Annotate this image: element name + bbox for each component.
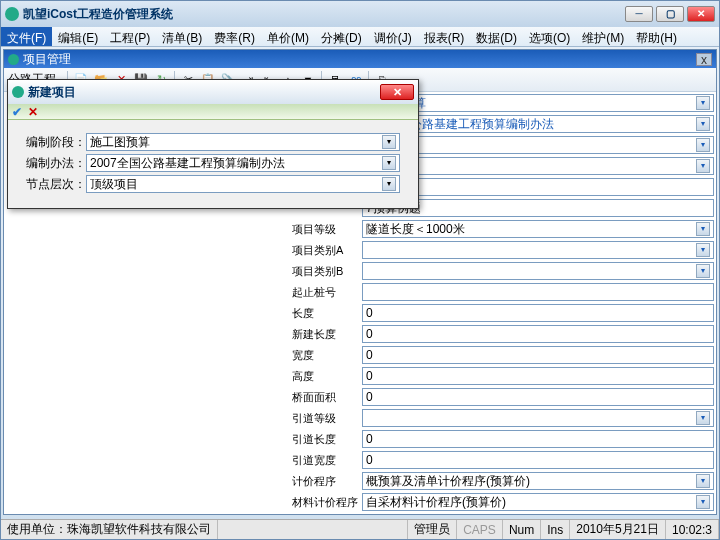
subwindow-title: 项目管理 xyxy=(23,51,71,68)
minimize-button[interactable]: ─ xyxy=(625,6,653,22)
menu-file[interactable]: 文件(F) xyxy=(1,27,52,46)
subwindow-icon xyxy=(8,54,19,65)
subwindow-titlebar: 项目管理 x xyxy=(4,50,716,68)
dialog-title: 新建项目 xyxy=(28,84,76,101)
field-label: 长度 xyxy=(292,306,362,321)
field-label: 新建长度 xyxy=(292,327,362,342)
form-row: 项目类别B▾ xyxy=(292,261,714,281)
app-logo-icon xyxy=(5,7,19,21)
menu-unitprice[interactable]: 单价(M) xyxy=(261,27,315,46)
unit-value: 珠海凯望软件科技有限公司 xyxy=(67,521,211,538)
chevron-down-icon[interactable]: ▾ xyxy=(696,159,710,173)
field-input[interactable]: 隧道长度＜1000米▾ xyxy=(362,220,714,238)
stage-label: 编制阶段： xyxy=(26,134,86,151)
field-input[interactable]: ▾ xyxy=(362,409,714,427)
subwindow-close-button[interactable]: x xyxy=(696,53,712,66)
field-label: 引道宽度 xyxy=(292,453,362,468)
field-label: 宽度 xyxy=(292,348,362,363)
form-row: 引道长度0 xyxy=(292,429,714,449)
time-cell: 10:02:3 xyxy=(666,520,719,539)
chevron-down-icon[interactable]: ▾ xyxy=(696,138,710,152)
field-input[interactable]: 0 xyxy=(362,451,714,469)
chevron-down-icon[interactable]: ▾ xyxy=(382,177,396,191)
field-input[interactable]: 0 xyxy=(362,346,714,364)
confirm-icon[interactable]: ✔ xyxy=(12,105,28,119)
menu-data[interactable]: 数据(D) xyxy=(470,27,523,46)
dialog-toolbar: ✔ ✕ xyxy=(8,104,418,120)
field-label: 计价程序 xyxy=(292,474,362,489)
ins-cell: Ins xyxy=(541,520,570,539)
chevron-down-icon[interactable]: ▾ xyxy=(382,135,396,149)
chevron-down-icon[interactable]: ▾ xyxy=(696,117,710,131)
form-row: 高度0 xyxy=(292,366,714,386)
chevron-down-icon[interactable]: ▾ xyxy=(696,243,710,257)
menubar: 文件(F) 编辑(E) 工程(P) 清单(B) 费率(R) 单价(M) 分摊(D… xyxy=(1,27,719,47)
maximize-button[interactable]: ▢ xyxy=(656,6,684,22)
chevron-down-icon[interactable]: ▾ xyxy=(696,96,710,110)
method-label: 编制办法： xyxy=(26,155,86,172)
field-input[interactable]: 0 xyxy=(362,304,714,322)
level-select[interactable]: 顶级项目▾ xyxy=(86,175,400,193)
chevron-down-icon[interactable]: ▾ xyxy=(696,411,710,425)
caps-cell: CAPS xyxy=(457,520,503,539)
field-label: 高度 xyxy=(292,369,362,384)
menu-edit[interactable]: 编辑(E) xyxy=(52,27,104,46)
form-row: 项目类别A▾ xyxy=(292,240,714,260)
menu-options[interactable]: 选项(O) xyxy=(523,27,576,46)
field-input[interactable]: 0 xyxy=(362,325,714,343)
field-input[interactable]: ▾ xyxy=(362,262,714,280)
field-input[interactable]: 自采材料计价程序(预算价)▾ xyxy=(362,493,714,511)
stage-select[interactable]: 施工图预算▾ xyxy=(86,133,400,151)
field-label: 引道等级 xyxy=(292,411,362,426)
app-title: 凯望iCost工程造价管理系统 xyxy=(23,6,173,23)
chevron-down-icon[interactable]: ▾ xyxy=(382,156,396,170)
field-label: 项目等级 xyxy=(292,222,362,237)
form-row: 引道宽度0 xyxy=(292,450,714,470)
method-select[interactable]: 2007全国公路基建工程预算编制办法▾ xyxy=(86,154,400,172)
unit-label: 使用单位： xyxy=(7,521,67,538)
menu-distribute[interactable]: 分摊(D) xyxy=(315,27,368,46)
field-label: 起止桩号 xyxy=(292,285,362,300)
chevron-down-icon[interactable]: ▾ xyxy=(696,474,710,488)
menu-help[interactable]: 帮助(H) xyxy=(630,27,683,46)
field-input[interactable]: 概预算及清单计价程序(预算价)▾ xyxy=(362,472,714,490)
dialog-icon xyxy=(12,86,24,98)
cancel-icon[interactable]: ✕ xyxy=(28,105,44,119)
field-input[interactable]: 0 xyxy=(362,430,714,448)
user-cell: 管理员 xyxy=(408,520,457,539)
form-row: 引道等级▾ xyxy=(292,408,714,428)
form-row: 桥面面积0 xyxy=(292,387,714,407)
form-row: 长度0 xyxy=(292,303,714,323)
field-input[interactable] xyxy=(362,283,714,301)
menu-maintain[interactable]: 维护(M) xyxy=(576,27,630,46)
menu-report[interactable]: 报表(R) xyxy=(418,27,471,46)
new-project-dialog: 新建项目 ✕ ✔ ✕ 编制阶段： 施工图预算▾ 编制办法： 2007全国公路基建… xyxy=(7,79,419,209)
field-label: 材料计价程序 xyxy=(292,495,362,510)
chevron-down-icon[interactable]: ▾ xyxy=(696,222,710,236)
menu-project[interactable]: 工程(P) xyxy=(104,27,156,46)
date-cell: 2010年5月21日 xyxy=(570,520,666,539)
field-input[interactable]: 0 xyxy=(362,388,714,406)
app-titlebar: 凯望iCost工程造价管理系统 ─ ▢ ✕ xyxy=(1,1,719,27)
form-row: 起止桩号 xyxy=(292,282,714,302)
field-label: 项目类别B xyxy=(292,264,362,279)
form-row: 材料计价程序自采材料计价程序(预算价)▾ xyxy=(292,492,714,512)
field-input[interactable]: ▾ xyxy=(362,241,714,259)
num-cell: Num xyxy=(503,520,541,539)
form-row: 计价程序概预算及清单计价程序(预算价)▾ xyxy=(292,471,714,491)
form-row: 宽度0 xyxy=(292,345,714,365)
menu-adjust[interactable]: 调价(J) xyxy=(368,27,418,46)
field-input[interactable]: 0 xyxy=(362,367,714,385)
chevron-down-icon[interactable]: ▾ xyxy=(696,264,710,278)
form-row: 项目等级隧道长度＜1000米▾ xyxy=(292,219,714,239)
field-label: 桥面面积 xyxy=(292,390,362,405)
chevron-down-icon[interactable]: ▾ xyxy=(696,495,710,509)
field-label: 项目类别A xyxy=(292,243,362,258)
form-row: 新建长度0 xyxy=(292,324,714,344)
field-label: 引道长度 xyxy=(292,432,362,447)
level-label: 节点层次： xyxy=(26,176,86,193)
menu-list[interactable]: 清单(B) xyxy=(156,27,208,46)
dialog-close-button[interactable]: ✕ xyxy=(380,84,414,100)
close-button[interactable]: ✕ xyxy=(687,6,715,22)
menu-rate[interactable]: 费率(R) xyxy=(208,27,261,46)
